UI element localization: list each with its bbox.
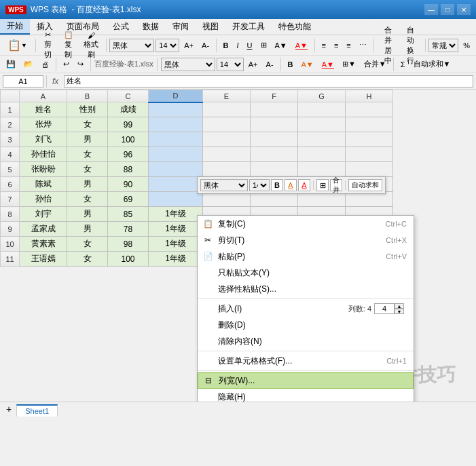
cell-c8[interactable]: 85 [108,207,149,222]
mini-size-select[interactable]: 14 [249,179,270,191]
cell-a4[interactable]: 孙佳怡 [20,147,67,162]
spinner-up-button[interactable]: ▲ [395,303,404,309]
cell-a10[interactable]: 黄素素 [20,237,67,252]
formula-input[interactable] [64,75,473,88]
ctx-copy[interactable]: 📋 复制(C) Ctrl+C [198,216,414,232]
cell-e5[interactable] [203,162,251,177]
cell-c1[interactable]: 成绩 [108,102,149,117]
cell-d1[interactable] [149,102,203,117]
cell-f2[interactable] [251,117,298,132]
cell-a2[interactable]: 张烨 [20,117,67,132]
cell-a11[interactable]: 王语嫣 [20,252,67,267]
cell-d9[interactable]: 1年级 [149,222,203,237]
cell-a6[interactable]: 陈斌 [20,177,67,192]
cell-b7[interactable]: 女 [67,192,108,207]
spinner-down-button[interactable]: ▼ [395,309,404,314]
toolbar2-font-select[interactable]: 黑体 [161,58,215,71]
italic-button[interactable]: I [234,38,242,53]
menu-item-special[interactable]: 特色功能 [272,19,318,35]
cell-h2[interactable] [346,117,393,132]
sum-button[interactable]: Σ [397,57,409,72]
cell-a5[interactable]: 张盼盼 [20,162,67,177]
cell-c2[interactable]: 99 [108,117,149,132]
cell-g1[interactable] [298,102,346,117]
col-header-h[interactable]: H [346,90,393,102]
menu-item-formula[interactable]: 公式 [106,19,136,35]
cell-b9[interactable]: 男 [67,222,108,237]
font-size-select[interactable]: 14101216 [155,39,179,52]
ctx-col-width[interactable]: ⊟ 列宽(W)... [198,372,414,389]
decrease-font-button[interactable]: A- [198,38,213,53]
ctx-clear[interactable]: 清除内容(N) [198,333,414,349]
cell-e1[interactable] [203,102,251,117]
format-brush-button[interactable]: 🖌 格式刷 [80,38,103,53]
minimize-button[interactable]: — [424,4,438,15]
toolbar2-size-select[interactable]: 14 [217,58,244,71]
cell-g2[interactable] [298,117,346,132]
cell-c5[interactable]: 88 [108,162,149,177]
cell-c4[interactable]: 96 [108,147,149,162]
ctx-paste[interactable]: 📄 粘贴(P) Ctrl+V [198,248,414,265]
align-left-button[interactable]: ≡ [318,38,329,53]
cell-c11[interactable]: 100 [108,252,149,267]
add-sheet-button[interactable]: + [3,402,15,416]
align-right-button[interactable]: ≡ [343,38,354,53]
copy-button[interactable]: 📋 复制 [58,38,78,53]
cell-f1[interactable] [251,102,298,117]
menu-item-review[interactable]: 审阅 [166,19,196,35]
cell-reference-input[interactable] [3,75,43,88]
save-button[interactable]: 💾 [3,57,19,72]
menu-item-view[interactable]: 视图 [196,19,225,35]
col-header-d[interactable]: D [149,90,203,102]
font-color-button[interactable]: A▼ [292,38,311,53]
cell-b4[interactable]: 女 [67,147,108,162]
cell-e2[interactable] [203,117,251,132]
ctx-hide[interactable]: 隐藏(H) [198,389,414,402]
cell-b3[interactable]: 男 [67,132,108,147]
cell-f4[interactable] [251,147,298,162]
more-align-button[interactable]: ⋯ [356,38,370,53]
cell-b5[interactable]: 女 [67,162,108,177]
cell-d3[interactable] [149,132,203,147]
mini-border-button[interactable]: ⊞ [316,179,329,191]
fill-color-button[interactable]: A▼ [272,38,291,53]
cell-a7[interactable]: 孙怡 [20,192,67,207]
cell-d6[interactable] [149,177,203,192]
mini-font-color-button[interactable]: A [298,179,310,191]
ctx-paste-text[interactable]: 只粘贴文本(Y) [198,265,414,281]
cell-b6[interactable]: 男 [67,177,108,192]
cell-h5[interactable] [346,162,393,177]
cut-button[interactable]: ✂ 剪切 [39,38,57,53]
merge-center-button[interactable]: 合并居中 [377,38,399,53]
mini-font-select[interactable]: 黑体 [200,179,248,191]
cell-d7[interactable] [149,192,203,207]
border-button[interactable]: ⊞ [257,38,270,53]
font-family-select[interactable]: 黑体宋体微软雅黑 [109,39,154,52]
wrap-text-button[interactable]: 自动换行 [400,38,422,53]
cell-c6[interactable]: 90 [108,177,149,192]
menu-item-devtools[interactable]: 开发工具 [225,19,272,35]
cell-d10[interactable]: 1年级 [149,237,203,252]
cell-a9[interactable]: 孟家成 [20,222,67,237]
cell-b2[interactable]: 女 [67,117,108,132]
cell-d8[interactable]: 1年级 [149,207,203,222]
cell-f5[interactable] [251,162,298,177]
mini-fill-button[interactable]: A [285,179,297,191]
mini-bold-button[interactable]: B [271,179,283,191]
open-button[interactable]: 📂 [20,57,37,72]
sheet-tab-sheet1[interactable]: Sheet1 [16,404,58,416]
paste-button[interactable]: 📋▼ [3,38,32,53]
cell-a8[interactable]: 刘宇 [20,207,67,222]
underline-button[interactable]: U [244,38,256,53]
col-count-input[interactable] [374,303,395,314]
toolbar2-increase-font[interactable]: A+ [245,57,261,72]
menu-item-start[interactable]: 开始 [0,19,30,35]
maximize-button[interactable]: □ [441,4,454,15]
align-center-button[interactable]: ≡ [331,38,342,53]
cell-g5[interactable] [298,162,346,177]
col-header-c[interactable]: C [108,90,149,102]
cell-g4[interactable] [298,147,346,162]
col-header-a[interactable]: A [20,90,67,102]
toolbar2-fill[interactable]: A▼ [298,57,317,72]
toolbar2-merge[interactable]: 合并▼ [361,57,390,72]
